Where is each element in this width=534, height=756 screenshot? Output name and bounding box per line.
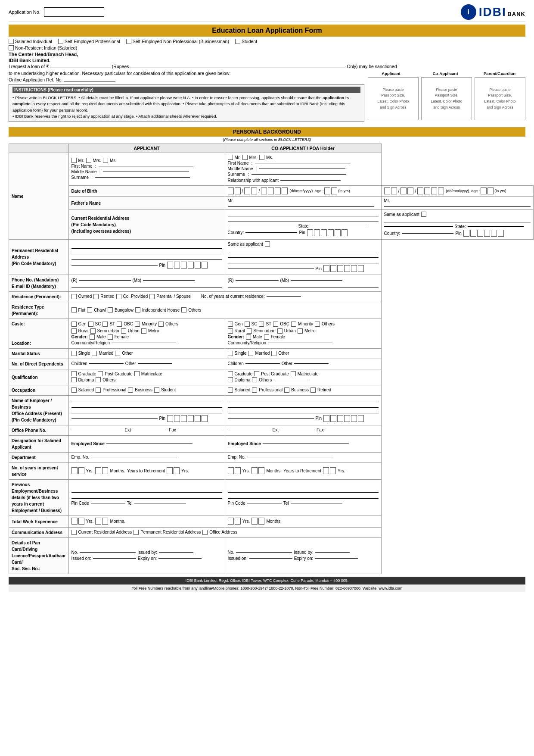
co-retire1[interactable] [323,467,329,474]
co-salaried-occ-checkbox[interactable] [228,387,233,393]
co-community-input[interactable] [268,343,332,343]
metro-checkbox[interactable] [141,328,146,334]
co-others-qual-input[interactable] [273,380,308,380]
loan-amount-input[interactable] [50,68,111,68]
rural-checkbox[interactable] [71,328,77,334]
co-ms-checkbox[interactable] [259,155,264,160]
business-occ-checkbox[interactable] [128,387,133,393]
mths1[interactable] [95,467,101,474]
semiurban-checkbox[interactable] [90,328,96,334]
co-female-checkbox[interactable] [264,334,269,340]
co-pin3[interactable] [477,230,483,237]
type-salaried-checkbox[interactable] [9,39,14,44]
issued-by-input[interactable] [159,552,193,553]
owned-checkbox[interactable] [71,294,77,299]
co-issued-by-input[interactable] [315,552,350,553]
children-input[interactable] [89,363,124,364]
co-prev-pincode-input[interactable] [247,503,282,503]
yrs2[interactable] [78,467,84,474]
office-phone-input[interactable] [71,430,123,430]
emp-pin1[interactable] [167,415,173,422]
diploma-checkbox[interactable] [71,377,77,382]
co-gen-checkbox[interactable] [228,322,233,327]
fax-input[interactable] [178,430,221,430]
co-prev-emp-addr-input[interactable] [228,498,379,499]
co-we-yrs1[interactable] [228,518,234,525]
retire2[interactable] [174,467,180,474]
co-office-phone-input[interactable] [228,430,271,430]
issued-on-input[interactable] [93,558,136,559]
pan-no-input[interactable] [80,552,136,553]
co-dob-d1[interactable] [384,187,390,194]
chawl-checkbox[interactable] [87,307,92,312]
co-emp-pin3[interactable] [337,415,343,422]
online-ref-input[interactable] [64,81,115,81]
co-rural-checkbox[interactable] [228,328,233,334]
co-addr-line1-input[interactable] [384,222,531,222]
dob-y2[interactable] [268,187,274,194]
emp-no-input[interactable] [91,457,177,457]
type-nri[interactable]: Non-Resident Indian (Salaried) [9,45,77,50]
type-salaried[interactable]: Salaried Individual [9,39,52,44]
other-dep-input[interactable] [138,363,172,364]
bungalow-checkbox[interactable] [108,307,113,312]
employer-name-input[interactable] [71,402,222,402]
obc-checkbox[interactable] [117,322,122,327]
urban-checkbox[interactable] [121,328,126,334]
pin6[interactable] [342,229,348,236]
co-others-caste-checkbox[interactable] [315,322,320,327]
comm-office-checkbox[interactable] [202,530,208,535]
co-we-yrs2[interactable] [235,518,241,525]
co-emp-pin6[interactable] [358,415,364,422]
co-others-qual-checkbox[interactable] [252,377,257,382]
co-children-input[interactable] [245,363,280,364]
minority-checkbox[interactable] [135,322,140,327]
co-yrs2[interactable] [235,467,241,474]
student-occ-checkbox[interactable] [154,387,159,393]
addr-state-input[interactable] [228,226,297,226]
emp-since-input[interactable] [106,444,192,444]
perm-pin2[interactable] [174,262,180,269]
comm-curr-res-checkbox[interactable] [71,530,77,535]
emp-pin3[interactable] [181,415,187,422]
co-prev-emp-input[interactable] [228,492,379,493]
email-input[interactable] [71,287,222,287]
co-addr-state-input[interactable] [384,226,453,227]
first-name-input[interactable] [99,166,193,166]
r-phone-input[interactable] [79,280,131,281]
co-employer-name-input[interactable] [228,402,379,402]
co-emp-pin2[interactable] [330,415,336,422]
mths2[interactable] [102,467,108,474]
co-pin2[interactable] [470,230,476,237]
addr-line2-input[interactable] [228,222,379,222]
pin3[interactable] [321,229,327,236]
co-metro-checkbox[interactable] [298,328,303,334]
co-business-occ-checkbox[interactable] [284,387,289,393]
matric-checkbox[interactable] [134,371,140,376]
addr-line1-input[interactable] [228,216,379,216]
grad-checkbox[interactable] [71,371,77,376]
co-mr-checkbox[interactable] [228,155,233,160]
mrs-checkbox[interactable] [86,158,91,163]
perm-addr-line2-input[interactable] [71,254,222,254]
others-caste-checkbox[interactable] [158,322,164,327]
ext-input[interactable] [133,430,167,430]
pin5[interactable] [335,229,341,236]
co-emp-pin1[interactable] [323,415,329,422]
co-married-checkbox[interactable] [248,351,253,356]
co-dob-age1[interactable] [481,187,487,194]
co-emp-city-input[interactable] [228,418,314,419]
gen-checkbox[interactable] [71,322,77,327]
co-ext-input[interactable] [280,430,315,430]
we-mths2[interactable] [102,518,108,525]
co-minority-checkbox[interactable] [291,322,296,327]
co-perm-addr-line2-input[interactable] [228,257,379,258]
co-perm-pin2[interactable] [330,265,336,272]
co-mb-phone-input[interactable] [291,280,342,281]
dob-y3[interactable] [275,187,281,194]
co-other-dep-input[interactable] [294,363,329,364]
co-urban-checkbox[interactable] [277,328,283,334]
co-email-input[interactable] [228,287,379,287]
dob-m2[interactable] [251,187,257,194]
ms-checkbox[interactable] [103,158,108,163]
